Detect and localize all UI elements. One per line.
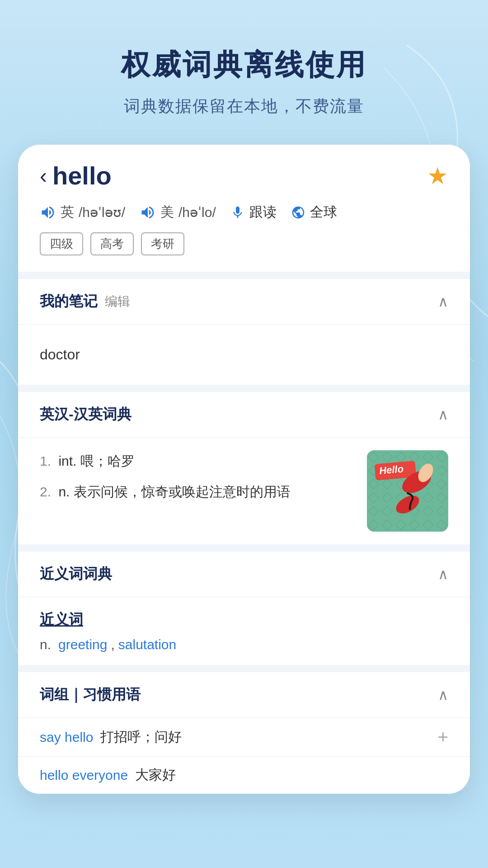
definition-1: 1. int. 喂；哈罗	[40, 450, 356, 472]
word-display: hello	[52, 161, 112, 190]
synonym-pos: n.	[40, 637, 51, 652]
def-meaning-2: 表示问候，惊奇或唤起注意时的用语	[74, 484, 291, 499]
pron-flag-uk: 英	[61, 203, 74, 222]
phrases-title: 词组｜习惯用语	[40, 685, 141, 705]
phrase-add-button-0[interactable]: +	[438, 727, 448, 747]
word-header: ‹ hello ★ 英 /həˈləʊ/ 美 /həˈlo/	[18, 145, 470, 272]
phrase-en-0[interactable]: say hello	[40, 730, 93, 745]
back-button[interactable]: ‹	[40, 165, 47, 187]
phrase-item-1: hello everyone 大家好	[18, 757, 470, 794]
phrase-cn-0: 打招呼；问好	[100, 728, 182, 746]
pron-phonetic-us: /həˈlo/	[178, 204, 216, 220]
synonym-word-1[interactable]: greeting	[58, 637, 107, 652]
word-tags: 四级 高考 考研	[40, 232, 448, 255]
def-num-1: 1.	[40, 453, 51, 468]
notes-section: 我的笔记 编辑 ∧ doctor	[18, 279, 470, 385]
page-main-title: 权威词典离线使用	[0, 45, 488, 85]
pron-flag-us: 美	[160, 203, 174, 222]
phrase-cn-1: 大家好	[135, 766, 176, 784]
pronunciation-row: 英 /həˈləʊ/ 美 /həˈlo/ 跟读	[40, 203, 448, 222]
dictionary-title: 英汉-汉英词典	[40, 405, 131, 425]
pron-phonetic-uk: /həˈləʊ/	[79, 204, 125, 220]
synonym-section: 近义词词典 ∧ 近义词 n. greeting , salutation	[18, 552, 470, 665]
dictionary-collapse-icon[interactable]: ∧	[438, 406, 448, 423]
def-num-2: 2.	[40, 484, 51, 499]
speaker-us-icon	[140, 204, 156, 221]
american-pron[interactable]: 美 /həˈlo/	[140, 203, 216, 222]
notes-collapse-icon[interactable]: ∧	[438, 293, 448, 310]
tag-1: 高考	[90, 232, 134, 255]
synonym-word-2[interactable]: salutation	[118, 637, 176, 652]
phrases-section: 词组｜习惯用语 ∧ say hello 打招呼；问好 + hello every…	[18, 672, 470, 794]
notes-title: 我的笔记	[40, 292, 98, 311]
tag-2: 考研	[141, 232, 184, 255]
phrase-item-0: say hello 打招呼；问好 +	[18, 718, 470, 757]
phrase-en-1[interactable]: hello everyone	[40, 768, 128, 783]
synonym-title: 近义词词典	[40, 564, 112, 584]
favorite-star-icon[interactable]: ★	[427, 162, 448, 189]
global-label: 全球	[310, 203, 337, 222]
speaker-uk-icon	[40, 204, 56, 221]
dictionary-section-header: 英汉-汉英词典 ∧	[18, 392, 470, 438]
svg-text:Hello: Hello	[379, 463, 404, 476]
microphone-icon	[230, 205, 245, 220]
phrases-collapse-icon[interactable]: ∧	[438, 686, 448, 703]
def-meaning-1: 喂；哈罗	[80, 453, 135, 468]
notes-section-header: 我的笔记 编辑 ∧	[18, 279, 470, 325]
def-pos-2: n.	[58, 484, 70, 499]
notes-content: doctor	[18, 325, 470, 385]
synonym-list: n. greeting , salutation	[40, 637, 448, 652]
follow-read-button[interactable]: 跟读	[230, 203, 277, 222]
synonym-comma: ,	[111, 637, 114, 652]
global-icon	[291, 205, 305, 220]
british-pron[interactable]: 英 /həˈləʊ/	[40, 203, 125, 222]
synonym-content: 近义词 n. greeting , salutation	[18, 597, 470, 665]
synonym-heading: 近义词	[40, 610, 448, 630]
dictionary-card: ‹ hello ★ 英 /həˈləʊ/ 美 /həˈlo/	[18, 145, 470, 794]
dictionary-content: 1. int. 喂；哈罗 2. n. 表示问候，惊奇或唤起注意时的用语	[18, 438, 470, 544]
phrases-section-header: 词组｜习惯用语 ∧	[18, 672, 470, 718]
definitions-list: 1. int. 喂；哈罗 2. n. 表示问候，惊奇或唤起注意时的用语	[40, 450, 356, 532]
dictionary-section: 英汉-汉英词典 ∧ 1. int. 喂；哈罗 2. n. 表示问候，惊奇或唤起注…	[18, 392, 470, 544]
synonym-collapse-icon[interactable]: ∧	[438, 566, 448, 583]
global-button[interactable]: 全球	[291, 203, 337, 222]
page-sub-title: 词典数据保留在本地，不费流量	[0, 95, 488, 118]
hello-illustration: Hello	[367, 450, 448, 532]
synonym-section-header: 近义词词典 ∧	[18, 552, 470, 597]
definition-2: 2. n. 表示问候，惊奇或唤起注意时的用语	[40, 481, 356, 503]
tag-0: 四级	[40, 232, 83, 255]
note-text: doctor	[40, 337, 448, 372]
def-pos-1: int.	[58, 453, 76, 468]
notes-edit-button[interactable]: 编辑	[105, 293, 130, 310]
follow-read-label: 跟读	[249, 203, 277, 222]
